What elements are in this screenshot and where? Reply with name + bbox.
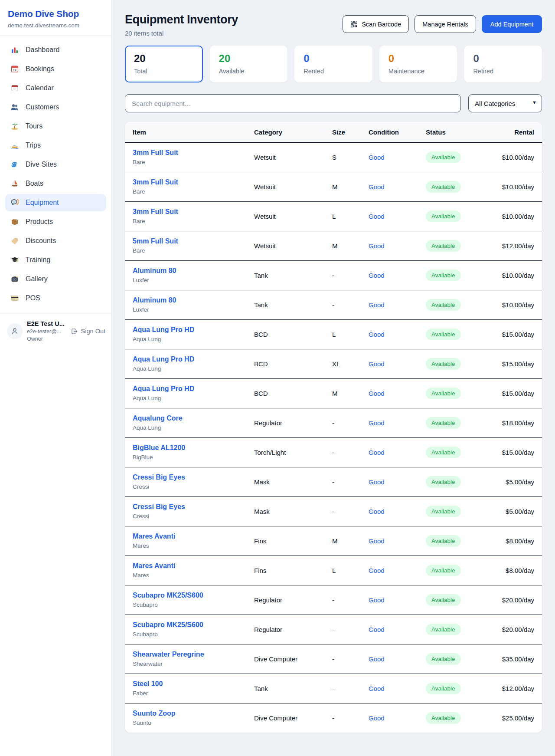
item-category: Torch/Light <box>246 437 324 467</box>
brand-title[interactable]: Demo Dive Shop <box>8 9 104 19</box>
item-condition-link[interactable]: Good <box>369 390 385 397</box>
sidebar-item-gallery[interactable]: Gallery <box>5 270 106 288</box>
sidebar-item-training[interactable]: Training <box>5 251 106 269</box>
item-condition-link[interactable]: Good <box>369 655 385 663</box>
item-rental-price: $8.00/day <box>484 555 542 585</box>
scan-barcode-label: Scan Barcode <box>362 21 401 28</box>
sidebar-item-pos[interactable]: POS <box>5 289 106 307</box>
item-rental-price: $12.00/day <box>484 674 542 703</box>
item-category: Regulator <box>246 585 324 615</box>
item-condition-link[interactable]: Good <box>369 242 385 250</box>
item-name-link[interactable]: Mares Avanti <box>133 532 238 540</box>
item-name-link[interactable]: Aqua Lung Pro HD <box>133 326 238 334</box>
item-name-link[interactable]: Scubapro MK25/S600 <box>133 621 238 629</box>
item-name-link[interactable]: Scubapro MK25/S600 <box>133 592 238 599</box>
sidebar-item-customers[interactable]: Customers <box>5 99 106 116</box>
sign-out-button[interactable]: Sign Out <box>71 328 105 335</box>
item-name-link[interactable]: 3mm Full Suit <box>133 149 238 157</box>
item-condition-link[interactable]: Good <box>369 685 385 692</box>
add-equipment-button[interactable]: Add Equipment <box>482 15 542 33</box>
item-condition-link[interactable]: Good <box>369 596 385 604</box>
stat-card-available[interactable]: 20 Available <box>210 46 288 82</box>
status-badge: Available <box>426 240 461 252</box>
sidebar-item-dive-sites[interactable]: Dive Sites <box>5 156 106 173</box>
items-total-text: 20 items total <box>125 30 238 37</box>
stat-card-maintenance[interactable]: 0 Maintenance <box>379 46 457 82</box>
item-name-link[interactable]: Aqualung Core <box>133 414 238 422</box>
sidebar-item-equipment[interactable]: Equipment <box>5 194 106 211</box>
item-category: Dive Computer <box>246 703 324 733</box>
scan-barcode-button[interactable]: Scan Barcode <box>343 15 409 33</box>
sidebar-item-discounts[interactable]: Discounts <box>5 232 106 250</box>
stat-card-rented[interactable]: 0 Rented <box>294 46 372 82</box>
item-category: Dive Computer <box>246 644 324 674</box>
item-name-link[interactable]: 5mm Full Suit <box>133 237 238 245</box>
sidebar-item-label: Trips <box>26 141 41 149</box>
stat-label: Rented <box>304 68 363 75</box>
item-condition-link[interactable]: Good <box>369 183 385 191</box>
person-icon <box>10 327 19 335</box>
stat-card-total[interactable]: 20 Total <box>125 46 203 82</box>
stat-value: 20 <box>219 53 279 65</box>
user-name: E2E Test U... <box>27 320 65 327</box>
sidebar-item-label: Products <box>26 218 53 226</box>
equipment-table: Item Category Size Condition Status Rent… <box>125 122 542 733</box>
item-name-link[interactable]: Steel 100 <box>133 680 238 688</box>
item-condition-link[interactable]: Good <box>369 301 385 309</box>
item-name-link[interactable]: Aluminum 80 <box>133 296 238 304</box>
table-row: Aqua Lung Pro HD Aqua Lung BCD XL Good A… <box>125 349 542 378</box>
sidebar-item-boats[interactable]: Boats <box>5 175 106 192</box>
item-name-link[interactable]: 3mm Full Suit <box>133 208 238 216</box>
training-icon <box>10 256 19 264</box>
item-brand: Aqua Lung <box>133 365 238 372</box>
search-input[interactable] <box>125 94 461 112</box>
item-category: Tank <box>246 674 324 703</box>
item-condition-link[interactable]: Good <box>369 154 385 161</box>
item-condition-link[interactable]: Good <box>369 478 385 486</box>
sidebar-item-products[interactable]: Products <box>5 213 106 230</box>
item-condition-link[interactable]: Good <box>369 567 385 574</box>
dashboard-icon <box>10 46 19 54</box>
table-row: Suunto Zoop Suunto Dive Computer - Good … <box>125 703 542 733</box>
item-brand: Aqua Lung <box>133 336 238 342</box>
sidebar-item-trips[interactable]: Trips <box>5 137 106 154</box>
item-condition-link[interactable]: Good <box>369 360 385 368</box>
item-size: - <box>324 290 361 319</box>
stat-card-retired[interactable]: 0 Retired <box>464 46 542 82</box>
sidebar-item-tours[interactable]: Tours <box>5 118 106 135</box>
item-name-link[interactable]: Mares Avanti <box>133 562 238 570</box>
products-icon <box>10 217 19 226</box>
item-name-link[interactable]: Cressi Big Eyes <box>133 503 238 511</box>
item-name-link[interactable]: Aqua Lung Pro HD <box>133 355 238 363</box>
item-name-link[interactable]: BigBlue AL1200 <box>133 444 238 452</box>
item-name-link[interactable]: 3mm Full Suit <box>133 178 238 186</box>
sidebar-item-calendar[interactable]: Calendar <box>5 79 106 97</box>
item-name-link[interactable]: Suunto Zoop <box>133 710 238 717</box>
header-actions: Scan Barcode Manage Rentals Add Equipmen… <box>343 15 542 33</box>
item-condition-link[interactable]: Good <box>369 626 385 633</box>
sidebar-item-label: Dashboard <box>26 46 59 54</box>
sidebar-item-dashboard[interactable]: Dashboard <box>5 41 106 59</box>
item-brand: Suunto <box>133 720 238 726</box>
item-condition-link[interactable]: Good <box>369 714 385 722</box>
status-badge: Available <box>426 388 461 399</box>
item-condition-link[interactable]: Good <box>369 213 385 220</box>
status-badge: Available <box>426 624 461 635</box>
trips-icon <box>10 141 19 150</box>
sidebar-item-bookings[interactable]: 17 Bookings <box>5 60 106 78</box>
item-name-link[interactable]: Cressi Big Eyes <box>133 473 238 481</box>
item-name-link[interactable]: Aluminum 80 <box>133 267 238 275</box>
item-condition-link[interactable]: Good <box>369 449 385 456</box>
item-name-link[interactable]: Shearwater Peregrine <box>133 651 238 658</box>
item-condition-link[interactable]: Good <box>369 331 385 338</box>
item-name-link[interactable]: Aqua Lung Pro HD <box>133 385 238 393</box>
item-condition-link[interactable]: Good <box>369 508 385 515</box>
sidebar: Demo Dive Shop demo.test.divestreams.com… <box>0 0 112 756</box>
item-condition-link[interactable]: Good <box>369 419 385 427</box>
item-condition-link[interactable]: Good <box>369 272 385 279</box>
brand-domain: demo.test.divestreams.com <box>8 22 104 29</box>
status-badge: Available <box>426 417 461 429</box>
category-select[interactable]: All Categories <box>468 94 542 112</box>
manage-rentals-button[interactable]: Manage Rentals <box>415 15 476 33</box>
item-condition-link[interactable]: Good <box>369 537 385 545</box>
